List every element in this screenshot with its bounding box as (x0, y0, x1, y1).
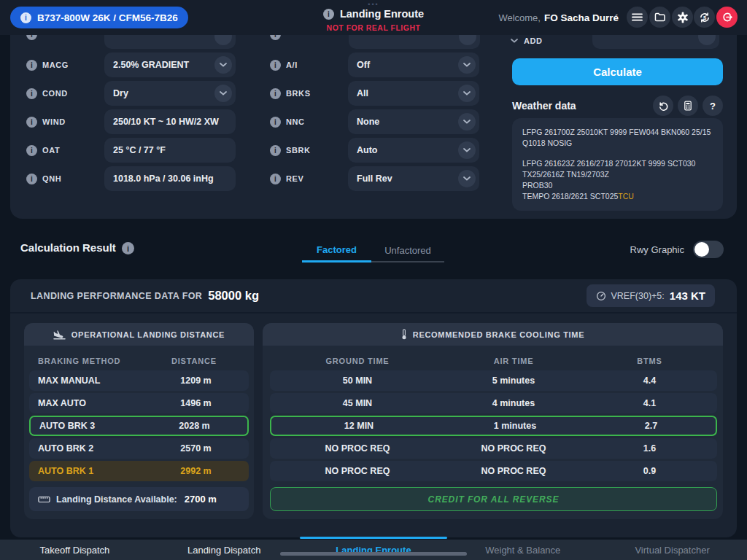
chevron-down-icon (458, 56, 476, 74)
rev-select[interactable]: Full Rev (348, 166, 479, 191)
result-card: LANDING PERFORMANCE DATA FOR 58000 kg VR… (10, 279, 737, 537)
nav-takeoff-dispatch[interactable]: Takeoff Dispatch (0, 540, 150, 560)
weather-undo-button[interactable] (653, 96, 673, 116)
field-label: A/I (286, 61, 348, 69)
performance-header: LANDING PERFORMANCE DATA FOR 58000 kg VR… (10, 279, 737, 314)
braking-row[interactable]: MAX MANUAL1209 m (29, 370, 249, 391)
cooling-row: 45 MIN4 minutes4.1 (270, 393, 717, 413)
wind-input[interactable]: 250/10 KT ~ 10 HW/2 XW (104, 109, 236, 134)
field-row-macg: MACG 2.50% GRADIENT (26, 52, 236, 77)
info-icon[interactable] (270, 145, 281, 156)
user-name: FO Sacha Durré (544, 12, 619, 23)
tab-unfactored[interactable]: Unfactored (371, 239, 444, 262)
logout-button[interactable] (716, 7, 738, 28)
menu-button[interactable] (627, 7, 648, 28)
home-indicator[interactable] (280, 552, 467, 556)
credit-reverse-note: CREDIT FOR ALL REVERSE (270, 487, 717, 511)
macg-select[interactable]: 2.50% GRADIENT (104, 52, 236, 77)
nav-landing-dispatch[interactable]: Landing Dispatch (150, 540, 299, 560)
nav-weight-balance[interactable]: Weight & Balance (448, 540, 597, 560)
info-icon[interactable] (26, 60, 37, 71)
folder-icon (654, 12, 665, 22)
vref-label: VREF(30)+5: (611, 291, 665, 301)
field-row-wind: WIND 250/10 KT ~ 10 HW/2 XW (26, 109, 236, 134)
gear-icon (677, 12, 689, 23)
info-icon[interactable] (26, 88, 37, 99)
info-icon[interactable] (122, 242, 134, 254)
info-icon[interactable] (270, 88, 281, 99)
nav-virtual-dispatcher[interactable]: Virtual Dispatcher (597, 540, 747, 560)
weather-help-button[interactable]: ? (703, 96, 723, 116)
field-label: SBRK (286, 146, 348, 155)
info-icon[interactable] (26, 174, 37, 184)
braking-row-selected[interactable]: AUTO BRK 32028 m (29, 416, 249, 436)
info-icon[interactable] (270, 174, 281, 184)
weather-data-panel: LFPG 261700Z 25010KT 9999 FEW044 BKN060 … (512, 118, 723, 211)
chevron-down-icon (458, 113, 476, 131)
info-icon[interactable] (323, 9, 334, 20)
currency-sync-icon: $ (699, 12, 711, 23)
column-header-btms: BTMS (582, 357, 717, 365)
braking-row[interactable]: MAX AUTO1496 m (29, 393, 249, 413)
files-button[interactable] (649, 7, 670, 28)
field-label: NNC (286, 117, 348, 126)
braking-row[interactable]: AUTO BRK 22570 m (29, 438, 249, 459)
field-row-cond: COND Dry (26, 81, 236, 106)
brks-select[interactable]: All (348, 81, 479, 106)
info-icon[interactable] (270, 117, 281, 128)
ai-select[interactable]: Off (348, 52, 479, 77)
metar-text: LFPG 261700Z 25010KT 9999 FEW044 BKN060 … (522, 127, 713, 149)
field-row-ai: A/I Off (270, 52, 479, 77)
sbrk-select[interactable]: Auto (348, 138, 479, 163)
toggle-knob (694, 242, 709, 257)
field-label: COND (42, 89, 104, 98)
chevron-down-icon (458, 170, 476, 187)
cond-select[interactable]: Dry (104, 81, 236, 106)
welcome-text: Welcome, FO Sacha Durré (498, 0, 619, 35)
field-label: BRKS (286, 89, 348, 98)
field-row-qnh: QNH 1018.0 hPa / 30.06 inHg (26, 166, 236, 191)
field-label: WIND (42, 117, 104, 126)
vref-badge: VREF(30)+5: 143 KT (587, 284, 716, 307)
oat-input[interactable]: 25 °C / 77 °F (104, 138, 236, 163)
field-label: MACG (42, 61, 104, 69)
cooling-row: NO PROC REQNO PROC REQ1.6 (270, 438, 717, 459)
rwy-graphic-toggle[interactable] (693, 241, 724, 258)
chevron-down-icon (458, 85, 476, 102)
field-label: QNH (42, 174, 104, 183)
active-tab-indicator (300, 537, 447, 539)
settings-button[interactable] (672, 7, 693, 28)
info-icon[interactable] (26, 117, 37, 128)
column-header-ground: GROUND TIME (270, 357, 445, 365)
field-row-oat: OAT 25 °C / 77 °F (26, 138, 236, 163)
currency-sync-button[interactable]: $ (694, 7, 715, 28)
nav-landing-enroute[interactable]: Landing Enroute (299, 540, 449, 560)
performance-label: LANDING PERFORMANCE DATA FOR (31, 291, 202, 301)
column-header-method: BRAKING METHOD (38, 357, 120, 365)
nnc-select[interactable]: None (348, 109, 479, 134)
calculate-button[interactable]: Calculate (512, 58, 723, 85)
page-title: Landing Enroute (340, 8, 424, 20)
landing-distance-header: OPERATIONAL LANDING DISTANCE (24, 323, 254, 346)
qnh-input[interactable]: 1018.0 hPa / 30.06 inHg (104, 166, 236, 191)
weather-data-title: Weather data (512, 100, 649, 112)
field-label: OAT (42, 146, 104, 155)
taf-text: LFPG 261623Z 2616/2718 27012KT 9999 SCT0… (522, 158, 713, 202)
chevron-down-icon (214, 85, 232, 102)
taf-tcu-highlight: TCU (618, 192, 634, 201)
section-title: Calculation Result (20, 241, 116, 254)
field-row-brks: BRKS All (270, 81, 479, 106)
cooling-row-selected: 12 MIN1 minutes2.7 (270, 416, 717, 436)
rwy-graphic-label: Rwy Graphic (630, 244, 684, 255)
weather-calculator-button[interactable] (678, 96, 698, 116)
info-icon[interactable] (270, 60, 281, 71)
braking-row-warning[interactable]: AUTO BRK 12992 m (29, 461, 249, 481)
info-icon[interactable] (26, 145, 37, 156)
form-column-left: MACG 2.50% GRADIENT COND Dry WIND 250/10… (26, 52, 236, 191)
form-column-middle: A/I Off BRKS All NNC None SBRK Auto REV (270, 52, 479, 191)
tab-factored[interactable]: Factored (302, 239, 371, 262)
add-field-label: ADD (511, 36, 543, 45)
chevron-down-icon[interactable] (511, 39, 518, 43)
chevron-down-icon (458, 141, 476, 159)
landing-distance-card: OPERATIONAL LANDING DISTANCE BRAKING MET… (24, 323, 254, 519)
